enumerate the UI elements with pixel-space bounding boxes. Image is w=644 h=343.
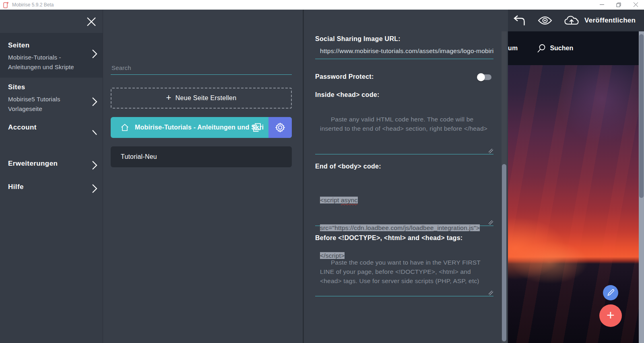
home-icon bbox=[120, 123, 129, 132]
minimize-button[interactable] bbox=[593, 0, 610, 9]
os-titlebar: Mobirise 5.9.2 Beta bbox=[0, 0, 644, 10]
cloud-upload-icon bbox=[564, 14, 580, 27]
toggle-knob bbox=[477, 73, 485, 81]
sidebar-item-label: Hilfe bbox=[8, 183, 103, 191]
settings-scrollbar-thumb[interactable] bbox=[502, 164, 506, 341]
mobirise-app-icon bbox=[3, 2, 9, 8]
restore-button[interactable] bbox=[610, 0, 627, 9]
undo-button[interactable] bbox=[510, 14, 528, 27]
duplicate-page-icon[interactable] bbox=[252, 122, 262, 133]
sidebar-item-label: Seiten bbox=[8, 41, 103, 49]
resize-handle[interactable] bbox=[489, 149, 493, 153]
site-preview: um Suchen + bbox=[508, 31, 639, 343]
page-row-active[interactable]: Mobirise-Tutorials - Anleitungen und Skr… bbox=[111, 117, 292, 138]
plus-icon: + bbox=[166, 92, 171, 103]
textarea-placeholder: Paste the code you want to have in the V… bbox=[320, 259, 482, 284]
preview-search-label: Suchen bbox=[550, 45, 573, 52]
inside-head-code-label: Inside <head> code: bbox=[315, 91, 380, 99]
sidebar-item-erweiterungen[interactable]: Erweiterungen bbox=[0, 160, 103, 168]
plus-icon: + bbox=[607, 307, 615, 323]
new-page-button-label: Neue Seite Erstellen bbox=[175, 94, 237, 102]
sidebar-item-subtitle: Mobirise5 Tutorials Vorlageseite bbox=[8, 94, 95, 114]
search-icon bbox=[537, 44, 546, 53]
preview-navbar: um Suchen bbox=[508, 31, 639, 65]
inside-head-code-textarea[interactable]: Paste any valid HTML code here. The code… bbox=[315, 101, 493, 154]
add-block-fab[interactable]: + bbox=[599, 304, 622, 327]
sidebar-item-seiten[interactable]: Seiten Mobirise-Tutorials - Anleitungen … bbox=[0, 33, 103, 78]
preview-nav-link[interactable]: um bbox=[508, 45, 518, 52]
new-page-button[interactable]: + Neue Seite Erstellen bbox=[111, 88, 292, 109]
chevron-right-icon bbox=[91, 49, 98, 59]
sunset-hero-image bbox=[508, 65, 639, 343]
window-title: Mobirise 5.9.2 Beta bbox=[12, 2, 54, 8]
resize-handle[interactable] bbox=[489, 291, 493, 295]
close-window-button[interactable] bbox=[627, 0, 644, 9]
resize-handle[interactable] bbox=[489, 220, 493, 225]
preview-search-link[interactable]: Suchen bbox=[537, 44, 573, 53]
misspelled-word: async bbox=[341, 197, 358, 203]
chevron-right-icon bbox=[91, 97, 98, 107]
preview-scrollbar[interactable] bbox=[639, 31, 644, 343]
preview-scrollbar-thumb[interactable] bbox=[639, 34, 644, 198]
chevron-right-icon bbox=[91, 160, 98, 170]
gear-icon bbox=[275, 122, 286, 133]
sidebar-item-label: Sites bbox=[8, 83, 103, 91]
pages-panel: + Neue Seite Erstellen Mobirise-Tutorial… bbox=[103, 10, 303, 343]
edit-style-fab[interactable] bbox=[603, 285, 618, 300]
end-body-code-label: End of <body> code: bbox=[315, 163, 381, 170]
sidebar-item-subtitle: Mobirise-Tutorials - Anleitungen und Skr… bbox=[8, 53, 95, 72]
main-sidebar: Seiten Mobirise-Tutorials - Anleitungen … bbox=[0, 10, 103, 343]
sidebar-item-hilfe[interactable]: Hilfe bbox=[0, 183, 103, 191]
settings-scrollbar[interactable] bbox=[502, 31, 507, 343]
chevron-partial-icon bbox=[91, 128, 98, 138]
password-protect-toggle[interactable] bbox=[477, 73, 492, 81]
publish-button[interactable]: Veröffentlichen bbox=[564, 14, 636, 27]
sidebar-item-label: Erweiterungen bbox=[8, 160, 103, 168]
page-row[interactable]: Tutorial-Neu bbox=[111, 146, 292, 167]
preview-button[interactable] bbox=[537, 16, 553, 25]
undo-icon bbox=[512, 14, 526, 27]
chevron-right-icon bbox=[91, 184, 98, 193]
sidebar-item-label: Account bbox=[8, 123, 103, 131]
before-doctype-textarea[interactable]: Paste the code you want to have in the V… bbox=[315, 244, 493, 296]
sidebar-item-sites[interactable]: Sites Mobirise5 Tutorials Vorlageseite bbox=[0, 83, 103, 114]
password-protect-label: Password Protect: bbox=[315, 73, 374, 80]
close-sidebar-button[interactable] bbox=[86, 16, 97, 27]
publish-button-label: Veröffentlichen bbox=[584, 16, 636, 25]
sidebar-item-account[interactable]: Account bbox=[0, 123, 103, 131]
page-settings-button[interactable] bbox=[268, 117, 292, 138]
pencil-icon bbox=[607, 289, 615, 297]
close-icon bbox=[87, 18, 95, 26]
top-toolbar: Veröffentlichen bbox=[508, 10, 644, 31]
page-settings-panel: Social Sharing Image URL: Password Prote… bbox=[303, 10, 508, 343]
eye-icon bbox=[538, 16, 552, 25]
mobirise-app-window: Mobirise 5.9.2 Beta Seiten Mobirise-Tuto… bbox=[0, 0, 644, 343]
social-image-url-label: Social Sharing Image URL: bbox=[315, 35, 400, 43]
page-search-input[interactable] bbox=[111, 63, 292, 75]
page-name: Mobirise-Tutorials - Anleitungen und Skr… bbox=[135, 124, 264, 131]
end-body-code-textarea[interactable]: <script async src="https://cdn.loadbee.c… bbox=[315, 172, 493, 226]
before-doctype-label: Before <!DOCTYPE>, <html> and <head> tag… bbox=[315, 234, 462, 242]
textarea-placeholder: Paste any valid HTML code here. The code… bbox=[320, 116, 487, 132]
social-image-url-input[interactable] bbox=[315, 45, 493, 59]
page-name: Tutorial-Neu bbox=[121, 153, 157, 160]
